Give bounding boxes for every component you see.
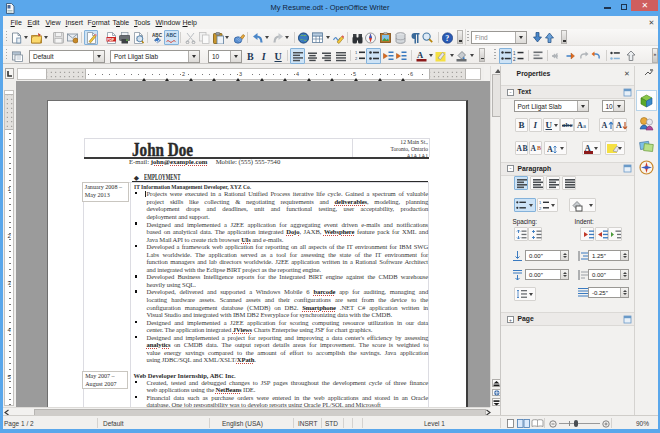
svg-text:1: 1 [513,50,516,55]
svg-text:1: 1 [355,50,358,55]
svg-text:2: 2 [355,56,358,61]
svg-text:A: A [547,145,553,154]
svg-text:ABC: ABC [152,32,163,37]
svg-text:2: 2 [539,206,542,211]
svg-text:2: 2 [513,56,516,61]
svg-text:ABC: ABC [166,33,177,38]
svg-text:?: ? [445,34,449,43]
svg-text:1: 1 [539,200,542,205]
svg-text:A: A [417,50,424,60]
svg-text:PDF: PDF [107,37,115,41]
